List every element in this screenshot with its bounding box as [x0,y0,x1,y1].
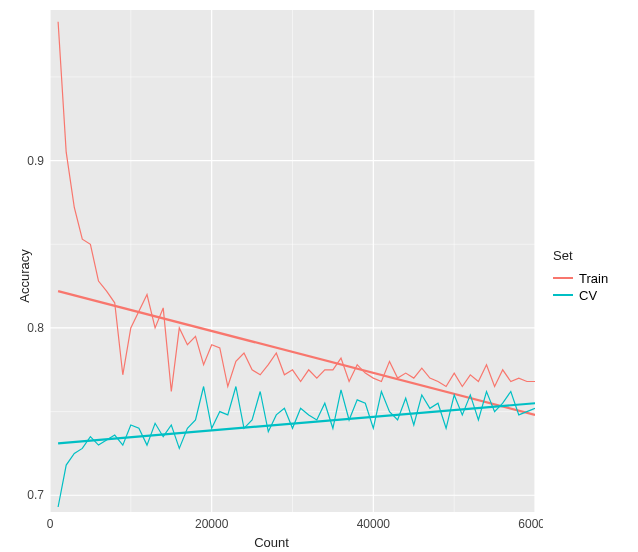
plot-area: Accuracy 02000040000600000.70.80.9 Count [0,0,543,552]
legend-swatch [553,294,573,296]
legend: Set TrainCV [543,0,638,552]
legend-label: CV [579,288,597,303]
chart-container: Accuracy 02000040000600000.70.80.9 Count… [0,0,638,552]
y-axis-title: Accuracy [17,249,32,302]
legend-title: Set [553,248,638,263]
legend-item-train: Train [553,271,638,286]
x-tick-label: 60000 [518,517,543,531]
x-tick-label: 20000 [195,517,229,531]
x-axis-title: Count [254,535,289,550]
y-tick-label: 0.7 [27,488,44,502]
x-tick-label: 0 [47,517,54,531]
legend-swatch [553,277,573,279]
x-tick-label: 40000 [357,517,391,531]
chart-svg: 02000040000600000.70.80.9 [0,0,543,552]
y-tick-label: 0.9 [27,154,44,168]
legend-item-cv: CV [553,288,638,303]
y-tick-label: 0.8 [27,321,44,335]
legend-label: Train [579,271,608,286]
